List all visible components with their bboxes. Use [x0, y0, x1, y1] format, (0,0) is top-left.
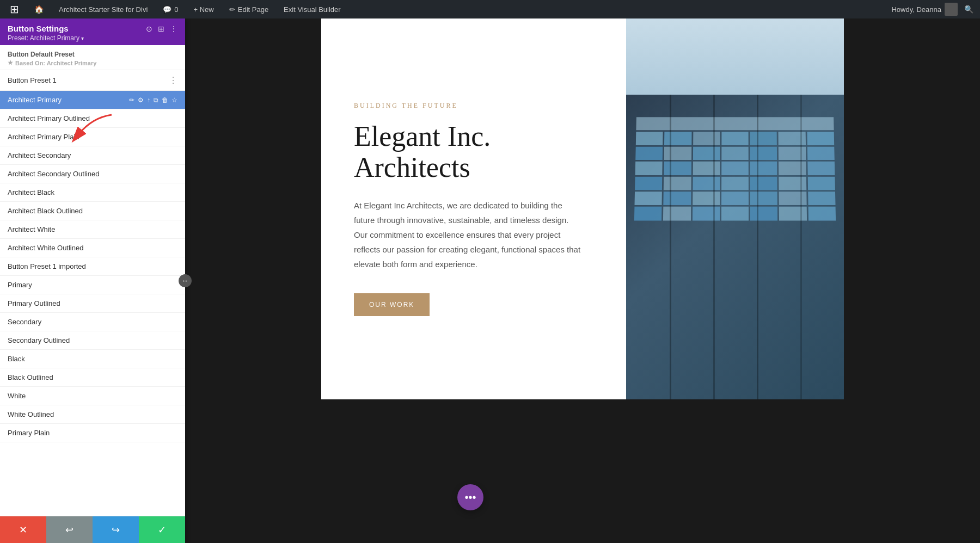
comment-item[interactable]: 💬 0 — [160, 0, 181, 18]
default-preset-subtext: ★ Based On: Architect Primary — [8, 59, 177, 66]
hero-title: Elegant Inc. Architects — [354, 121, 593, 183]
hero-section: BUILDING THE FUTURE Elegant Inc. Archite… — [321, 18, 844, 399]
panel-more-icon[interactable]: ⋮ — [170, 24, 177, 33]
hero-body: At Elegant Inc Architects, we are dedica… — [354, 198, 583, 272]
preset-item-white[interactable]: White — [0, 387, 185, 405]
admin-bar-right: Howdy, Deanna 🔍 — [891, 3, 973, 16]
exit-builder-label: Exit Visual Builder — [284, 5, 341, 14]
preset-item-primary-outlined[interactable]: Primary Outlined — [0, 294, 185, 313]
site-name-item[interactable]: Architect Starter Site for Divi — [56, 0, 151, 18]
preset-item-architect-black[interactable]: Architect Black — [0, 183, 185, 202]
preset-item-label: Button Preset 1 imported — [8, 262, 177, 270]
admin-search-icon[interactable]: 🔍 — [964, 5, 973, 14]
cancel-button[interactable]: ✕ — [0, 516, 46, 543]
hero-cta-button[interactable]: OUR WORK — [354, 293, 430, 316]
user-avatar — [945, 3, 958, 16]
floating-btn-icon: ••• — [464, 491, 476, 504]
preset-item-button-preset-1-imported[interactable]: Button Preset 1 imported — [0, 257, 185, 276]
page-preview: BUILDING THE FUTURE Elegant Inc. Archite… — [321, 18, 844, 399]
preset-item-architect-white[interactable]: Architect White — [0, 220, 185, 239]
star-icon[interactable]: ☆ — [171, 96, 177, 104]
delete-icon[interactable]: 🗑 — [162, 96, 168, 104]
preset-item-label: Black — [8, 355, 177, 363]
preset-item-secondary[interactable]: Secondary — [0, 313, 185, 331]
undo-icon: ↩ — [65, 524, 74, 536]
preset-item-label: Architect Primary — [8, 96, 129, 104]
panel-sync-icon[interactable]: ⊙ — [146, 24, 152, 33]
admin-bar-left: ⊞ 🏠 Architect Starter Site for Divi 💬 0 … — [7, 0, 344, 18]
comment-count: 0 — [174, 5, 178, 14]
panel-preset-arrow: ▾ — [81, 35, 84, 41]
preset-item-architect-secondary[interactable]: Architect Secondary — [0, 146, 185, 165]
preset-item-label: Architect White Outlined — [8, 244, 177, 252]
building-visual — [626, 18, 844, 399]
preset-item-black-outlined[interactable]: Black Outlined — [0, 368, 185, 387]
settings-icon[interactable]: ⚙ — [138, 96, 144, 104]
panel-footer: ✕ ↩ ↪ ✓ — [0, 516, 185, 543]
exit-builder-item[interactable]: Exit Visual Builder — [280, 0, 344, 18]
preset-item-architect-black-outlined[interactable]: Architect Black Outlined — [0, 202, 185, 220]
preset-item-label: Secondary Outlined — [8, 336, 177, 344]
panel-header-icons: ⊙ ⊞ ⋮ — [146, 24, 177, 33]
edit-page-item[interactable]: ✏ Edit Page — [226, 0, 272, 18]
copy-icon[interactable]: ⧉ — [154, 96, 158, 104]
star-icon: ★ — [8, 59, 13, 66]
preset-item-primary-plain[interactable]: Primary Plain — [0, 424, 185, 442]
wp-logo-icon: ⊞ — [10, 3, 19, 16]
preset-item-label: Primary Outlined — [8, 299, 177, 307]
preset-item-architect-primary[interactable]: Architect Primary ✏ ⚙ ↑ ⧉ 🗑 ☆ — [0, 91, 185, 109]
preset-item-label: Architect Black — [8, 188, 177, 196]
panel-preset-selector[interactable]: Preset: Architect Primary ▾ — [8, 34, 177, 42]
edit-page-label: Edit Page — [238, 5, 268, 14]
wp-logo-item[interactable]: ⊞ — [7, 0, 22, 18]
edit-icon[interactable]: ✏ — [129, 96, 134, 104]
preset-item-label: White Outlined — [8, 410, 177, 418]
preset-item-secondary-outlined[interactable]: Secondary Outlined — [0, 331, 185, 350]
preset-item-label: Button Preset 1 — [8, 76, 169, 84]
new-item[interactable]: + New — [191, 0, 217, 18]
panel-header-top: Button Settings ⊙ ⊞ ⋮ — [8, 24, 177, 33]
hero-eyebrow: BUILDING THE FUTURE — [354, 102, 593, 110]
panel-preset-label: Preset: Architect Primary — [8, 34, 79, 42]
customize-icon[interactable]: 🏠 — [31, 0, 47, 18]
preset-more-icon[interactable]: ⋮ — [169, 75, 177, 85]
howdy-item[interactable]: Howdy, Deanna — [891, 3, 958, 16]
preset-item-white-outlined[interactable]: White Outlined — [0, 405, 185, 424]
preset-item-label: Black Outlined — [8, 373, 177, 381]
preset-item-label: White — [8, 392, 177, 400]
upload-icon[interactable]: ↑ — [147, 96, 150, 104]
preset-item-label: Primary — [8, 281, 177, 289]
preset-item-architect-white-outlined[interactable]: Architect White Outlined — [0, 239, 185, 257]
preset-item-architect-primary-plain[interactable]: Architect Primary Plain — [0, 128, 185, 146]
redo-button[interactable]: ↪ — [93, 516, 139, 543]
howdy-label: Howdy, Deanna — [891, 5, 941, 14]
main-layout: Button Settings ⊙ ⊞ ⋮ Preset: Architect … — [0, 0, 980, 543]
admin-bar: ⊞ 🏠 Architect Starter Site for Divi 💬 0 … — [0, 0, 980, 18]
hero-image-column — [626, 18, 844, 399]
preset-item-architect-primary-outlined[interactable]: Architect Primary Outlined — [0, 109, 185, 128]
panel-header: Button Settings ⊙ ⊞ ⋮ Preset: Architect … — [0, 18, 185, 45]
preset-item-primary[interactable]: Primary — [0, 276, 185, 294]
default-preset-header: Button Default Preset ★ Based On: Archit… — [0, 45, 185, 70]
save-button[interactable]: ✓ — [139, 516, 185, 543]
save-icon: ✓ — [158, 524, 166, 536]
undo-button[interactable]: ↩ — [46, 516, 93, 543]
based-on-label: Based On: Architect Primary — [15, 60, 96, 66]
preset-item-label: Architect Primary Outlined — [8, 114, 177, 122]
default-preset-title: Button Default Preset — [8, 51, 177, 58]
edit-page-icon: ✏ — [229, 5, 235, 14]
redo-icon: ↪ — [112, 524, 120, 536]
customize-icon-symbol: 🏠 — [34, 5, 44, 14]
panel-grid-icon[interactable]: ⊞ — [158, 24, 164, 33]
preset-item-label: Architect Primary Plain — [8, 133, 177, 141]
site-name-label: Architect Starter Site for Divi — [59, 5, 148, 14]
preset-item-architect-secondary-outlined[interactable]: Architect Secondary Outlined — [0, 165, 185, 183]
new-label: + New — [194, 5, 214, 14]
preset-item-actions: ✏ ⚙ ↑ ⧉ 🗑 ☆ — [129, 96, 177, 104]
preset-list: Button Default Preset ★ Based On: Archit… — [0, 45, 185, 516]
preset-item-black[interactable]: Black — [0, 350, 185, 368]
floating-action-button[interactable]: ••• — [457, 484, 483, 510]
button-settings-panel: Button Settings ⊙ ⊞ ⋮ Preset: Architect … — [0, 18, 185, 543]
resize-handle[interactable]: ↔ — [179, 274, 192, 287]
preset-item-button-preset-1[interactable]: Button Preset 1 ⋮ — [0, 70, 185, 91]
